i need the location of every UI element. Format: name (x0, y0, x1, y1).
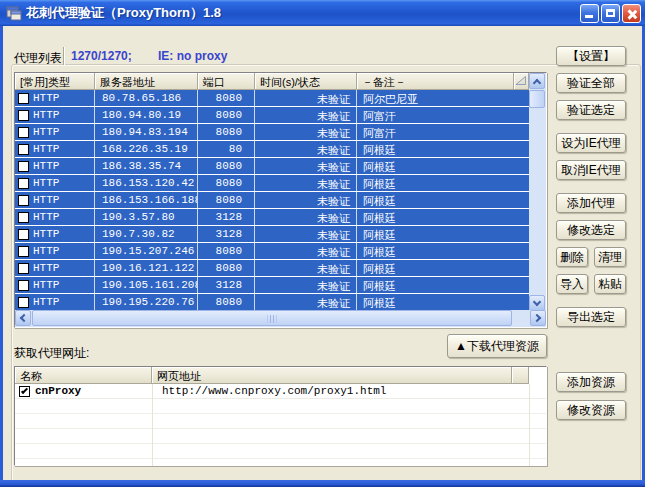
table-row[interactable]: HTTP80.78.65.1868080未验证阿尔巴尼亚 (15, 90, 529, 106)
proxy-note-cell: 阿根廷 (357, 277, 529, 293)
proxy-note-cell: 阿根廷 (357, 141, 529, 157)
table-row[interactable]: HTTP180.94.80.198080未验证阿富汗 (15, 107, 529, 123)
table-row[interactable]: HTTP190.195.220.768080未验证阿根廷 (15, 294, 529, 310)
add-resource-button[interactable]: 添加资源 (556, 372, 626, 392)
app-window: 花刺代理验证（ProxyThorn）1.8 代理列表: 1270/1270; I… (0, 0, 645, 487)
import-paste-row: 导入 粘贴 (556, 274, 626, 294)
paste-button[interactable]: 粘贴 (594, 274, 626, 294)
table-row[interactable]: HTTP186.153.166.1888080未验证阿根廷 (15, 192, 529, 208)
proxy-port-cell: 3128 (198, 277, 255, 293)
add-proxy-button[interactable]: 添加代理 (556, 193, 626, 213)
vertical-scroll-thumb[interactable] (529, 90, 545, 108)
row-checkbox[interactable] (18, 297, 29, 308)
proxy-type-cell: HTTP (15, 294, 95, 310)
set-ie-proxy-button[interactable]: 设为IE代理 (556, 133, 626, 153)
proxy-note-cell: 阿富汗 (357, 107, 529, 123)
proxy-type: HTTP (33, 296, 59, 308)
proxy-type-cell: HTTP (15, 90, 95, 106)
minimize-button[interactable] (580, 4, 599, 23)
row-checkbox[interactable] (18, 144, 29, 155)
horizontal-scrollbar[interactable] (15, 310, 546, 327)
table-row[interactable]: HTTP190.7.30.823128未验证阿根廷 (15, 226, 529, 242)
proxy-address-cell: 190.16.121.122 (95, 260, 198, 276)
resource-checkbox[interactable] (19, 386, 30, 397)
row-checkbox[interactable] (18, 263, 29, 274)
empty-resource-row (15, 444, 546, 459)
edit-resource-button[interactable]: 修改资源 (556, 400, 626, 420)
settings-button[interactable]: 【设置】 (556, 46, 626, 66)
resource-row[interactable]: cnProxy http://www.cnproxy.com/proxy1.ht… (15, 384, 546, 399)
proxy-note-cell: 阿根廷 (357, 192, 529, 208)
scroll-up-button[interactable] (529, 73, 545, 89)
table-row[interactable]: HTTP190.16.121.1228080未验证阿根廷 (15, 260, 529, 276)
scroll-right-button[interactable] (530, 310, 546, 326)
proxy-port-cell: 8080 (198, 294, 255, 310)
horizontal-scroll-thumb[interactable] (32, 310, 512, 326)
proxy-status-cell: 未验证 (255, 277, 357, 293)
delete-button[interactable]: 删除 (556, 247, 588, 267)
scroll-down-button[interactable] (529, 295, 545, 311)
proxy-status-cell: 未验证 (255, 90, 357, 106)
proxy-type: HTTP (33, 109, 59, 121)
proxy-status-cell: 未验证 (255, 107, 357, 123)
maximize-button[interactable] (601, 4, 620, 23)
table-row[interactable]: HTTP190.15.207.2468080未验证阿根廷 (15, 243, 529, 259)
proxy-port-cell: 8080 (198, 107, 255, 123)
empty-resource-row (15, 414, 546, 429)
status-separator (63, 47, 65, 65)
export-selected-button[interactable]: 导出选定 (556, 307, 626, 327)
column-header-status[interactable]: 时间(s)/状态 (255, 73, 357, 90)
row-checkbox[interactable] (18, 161, 29, 172)
download-resources-button[interactable]: ▲下载代理资源 (447, 334, 547, 358)
table-row[interactable]: HTTP168.226.35.1980未验证阿根廷 (15, 141, 529, 157)
column-header-url[interactable]: 网页地址 (152, 367, 512, 384)
row-checkbox[interactable] (18, 212, 29, 223)
column-header-address[interactable]: 服务器地址 (95, 73, 198, 90)
edit-selected-button[interactable]: 修改选定 (556, 220, 626, 240)
titlebar[interactable]: 花刺代理验证（ProxyThorn）1.8 (0, 0, 645, 26)
clean-button[interactable]: 清理 (594, 247, 626, 267)
column-header-type[interactable]: [常用]类型 (15, 73, 95, 90)
proxy-note-cell: 阿根廷 (357, 260, 529, 276)
row-checkbox[interactable] (18, 229, 29, 240)
row-checkbox[interactable] (18, 93, 29, 104)
proxy-address-cell: 190.195.220.76 (95, 294, 198, 310)
proxy-table-header: [常用]类型 服务器地址 端口 时间(s)/状态 －备注－ (15, 73, 529, 90)
verify-all-button[interactable]: 验证全部 (556, 73, 626, 93)
proxy-type-cell: HTTP (15, 226, 95, 242)
proxy-port-cell: 8080 (198, 124, 255, 140)
proxy-address-cell: 190.105.161.208 (95, 277, 198, 293)
verify-selected-button[interactable]: 验证选定 (556, 100, 626, 120)
proxy-address-cell: 186.153.120.42 (95, 175, 198, 191)
column-header-sort-zone[interactable] (514, 73, 529, 90)
vertical-scrollbar[interactable] (529, 73, 546, 311)
row-checkbox[interactable] (18, 178, 29, 189)
proxy-port-cell: 8080 (198, 90, 255, 106)
table-row[interactable]: HTTP180.94.83.1948080未验证阿富汗 (15, 124, 529, 140)
column-header-port[interactable]: 端口 (198, 73, 255, 90)
import-button[interactable]: 导入 (556, 274, 588, 294)
proxy-port-cell: 3128 (198, 209, 255, 225)
close-button[interactable] (622, 4, 641, 23)
row-checkbox[interactable] (18, 195, 29, 206)
row-checkbox[interactable] (18, 110, 29, 121)
scroll-left-button[interactable] (15, 310, 31, 326)
table-row[interactable]: HTTP190.105.161.2083128未验证阿根廷 (15, 277, 529, 293)
proxy-status-cell: 未验证 (255, 294, 357, 310)
column-header-name[interactable]: 名称 (15, 367, 152, 384)
table-row[interactable]: HTTP190.3.57.803128未验证阿根廷 (15, 209, 529, 225)
proxy-status-cell: 未验证 (255, 192, 357, 208)
row-checkbox[interactable] (18, 127, 29, 138)
table-row[interactable]: HTTP186.38.35.748080未验证阿根廷 (15, 158, 529, 174)
resource-name-cell: cnProxy (15, 385, 152, 397)
proxy-note-cell: 阿根廷 (357, 175, 529, 191)
proxy-type: HTTP (33, 177, 59, 189)
proxy-note-cell: 阿根廷 (357, 209, 529, 225)
proxy-note-cell: 阿根廷 (357, 294, 529, 310)
column-header-note[interactable]: －备注－ (357, 73, 514, 90)
cancel-ie-proxy-button[interactable]: 取消IE代理 (556, 160, 626, 180)
proxy-port-cell: 3128 (198, 226, 255, 242)
row-checkbox[interactable] (18, 280, 29, 291)
table-row[interactable]: HTTP186.153.120.428080未验证阿根廷 (15, 175, 529, 191)
row-checkbox[interactable] (18, 246, 29, 257)
